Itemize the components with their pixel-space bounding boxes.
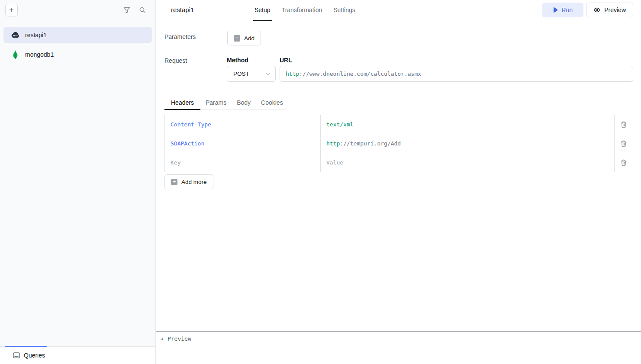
header-value-input[interactable]: http://tempuri.org/Add [320, 134, 615, 153]
tab-transformation-label: Transformation [282, 6, 322, 13]
queries-sidebar: + REST restapi1 [0, 0, 156, 364]
header-row: SOAPAction http://tempuri.org/Add [164, 134, 633, 153]
header-value-input[interactable]: Value [320, 153, 615, 172]
url-input[interactable]: http://www.dneonline.com/calculator.asmx [280, 66, 633, 82]
preview-button[interactable]: Preview [586, 3, 633, 17]
add-query-button[interactable]: + [5, 4, 18, 16]
header-value-placeholder: Value [326, 159, 343, 166]
tab-settings-label: Settings [333, 6, 355, 13]
query-list-item-mongodb1[interactable]: mongodb1 [3, 46, 152, 62]
query-list: REST restapi1 mongodb1 [0, 20, 155, 62]
method-select-value: POST [233, 71, 249, 77]
app-window: + REST restapi1 [0, 0, 641, 364]
subtab-cookies-label: Cookies [261, 99, 283, 106]
add-more-label: Add more [181, 179, 207, 185]
header-value-text: text/xml [326, 121, 354, 128]
header-key-text: Content-Type [171, 121, 211, 128]
headers-table: Content-Type text/xml SOAPAction http://… [164, 115, 633, 172]
method-select[interactable]: POST [227, 66, 276, 82]
subtab-cookies[interactable]: Cookies [256, 96, 288, 110]
tab-setup[interactable]: Setup [253, 0, 272, 21]
header-row: Content-Type text/xml [164, 115, 633, 134]
header-value-rest-text: ://tempuri.org/Add [340, 140, 401, 147]
preview-button-label: Preview [604, 6, 626, 13]
request-label: Request [164, 57, 187, 64]
preview-panel-toggle[interactable]: ▲ Preview [156, 331, 641, 345]
plus-icon: + [9, 6, 14, 14]
header-key-placeholder: Key [171, 159, 180, 166]
queries-icon [13, 352, 20, 358]
subtab-params[interactable]: Params [200, 96, 232, 110]
add-parameter-label: Add [244, 35, 254, 42]
header-key-input[interactable]: SOAPAction [164, 134, 321, 153]
header-key-input[interactable]: Key [164, 153, 321, 172]
query-editor-header: restapi1 Setup Transformation Settings R… [156, 0, 641, 21]
query-item-label: restapi1 [25, 32, 47, 39]
delete-row-button[interactable] [614, 134, 633, 153]
caret-up-icon: ▲ [161, 337, 164, 341]
tab-settings[interactable]: Settings [332, 0, 357, 21]
query-list-item-restapi1[interactable]: REST restapi1 [3, 27, 152, 43]
parameters-label: Parameters [164, 33, 196, 40]
header-key-text: SOAPAction [171, 140, 204, 147]
svg-text:REST: REST [13, 35, 18, 37]
header-actions: Run Preview [542, 3, 633, 17]
query-item-label: mongodb1 [25, 51, 54, 58]
subtab-headers[interactable]: Headers [164, 96, 200, 110]
editor-tabs: Setup Transformation Settings [253, 0, 357, 21]
search-icon[interactable] [139, 6, 146, 13]
active-tab-indicator [5, 346, 47, 347]
subtab-headers-label: Headers [171, 99, 194, 106]
subtab-params-label: Params [206, 99, 226, 106]
header-key-input[interactable]: Content-Type [164, 115, 321, 134]
preview-panel-label: Preview [167, 335, 191, 342]
trash-icon [621, 121, 627, 128]
eye-icon [593, 6, 600, 13]
run-button-label: Run [561, 6, 573, 13]
url-label: URL [280, 57, 292, 64]
trash-icon [621, 140, 627, 147]
header-row: Key Value [164, 153, 633, 172]
tab-setup-label: Setup [254, 6, 271, 13]
sidebar-toolbar: + [0, 0, 155, 20]
play-icon [553, 7, 557, 13]
subtab-body-label: Body [237, 99, 251, 106]
mongodb-icon [10, 50, 20, 59]
header-value-input[interactable]: text/xml [320, 115, 615, 134]
query-title: restapi1 [171, 6, 194, 13]
rest-api-icon: REST [10, 32, 20, 39]
plus-square-icon: + [171, 179, 177, 185]
filter-icon[interactable] [123, 6, 130, 13]
plus-square-icon: + [234, 35, 240, 42]
add-parameter-button[interactable]: + Add [227, 31, 261, 45]
sidebar-toolbar-icons [123, 6, 146, 13]
request-subtabs: Headers Params Body Cookies [164, 96, 287, 110]
query-editor-panel: restapi1 Setup Transformation Settings R… [156, 0, 641, 364]
tab-transformation[interactable]: Transformation [280, 0, 324, 21]
queries-bottom-tab[interactable]: Queries [0, 346, 155, 364]
queries-tab-label: Queries [24, 352, 45, 359]
subtab-body[interactable]: Body [232, 96, 256, 110]
run-button[interactable]: Run [542, 3, 583, 17]
chevron-down-icon [265, 71, 271, 77]
trash-icon [621, 159, 627, 166]
method-label: Method [227, 57, 248, 64]
url-protocol-text: http [286, 71, 299, 77]
url-rest-text: ://www.dneonline.com/calculator.asmx [299, 71, 421, 77]
add-more-button[interactable]: + Add more [164, 174, 213, 189]
header-value-protocol-text: http [326, 140, 340, 147]
delete-row-button[interactable] [614, 115, 633, 134]
delete-row-button[interactable] [614, 153, 633, 172]
